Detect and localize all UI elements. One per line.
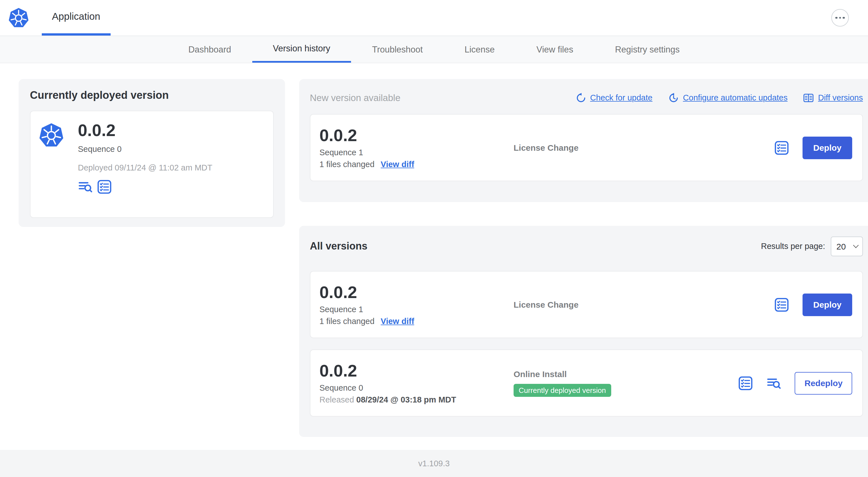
version-info: 0.0.2 Sequence 0 Released 08/29/24 @ 03:…: [319, 362, 514, 404]
view-diff-link[interactable]: View diff: [381, 317, 414, 326]
checklist-icon: [739, 376, 753, 390]
deploy-button[interactable]: Deploy: [803, 293, 852, 316]
all-versions-header: All versions Results per page: 20: [310, 236, 863, 256]
deployed-version-number: 0.0.2: [78, 121, 213, 139]
logs-icon: [78, 179, 93, 194]
diff-versions-link[interactable]: Diff versions: [803, 92, 863, 103]
tab-application[interactable]: Application: [42, 0, 110, 35]
deployed-actions: [78, 179, 213, 194]
clock-refresh-icon: [668, 92, 679, 103]
kubernetes-logo-icon: [8, 7, 29, 29]
nav-tab-registry-settings[interactable]: Registry settings: [594, 36, 701, 63]
version-actions: Deploy: [774, 293, 852, 316]
version-sequence: Sequence 1: [319, 148, 514, 157]
check-for-update-label: Check for update: [590, 93, 652, 102]
currently-deployed-panel: Currently deployed version 0.0.2 Sequenc…: [19, 79, 285, 227]
deployed-version-card: 0.0.2 Sequence 0 Deployed 09/11/24 @ 11:…: [30, 111, 274, 218]
app-subnav: Dashboard Version history Troubleshoot L…: [0, 36, 868, 63]
ellipsis-icon: [839, 17, 841, 19]
deployed-timestamp: Deployed 09/11/24 @ 11:02 am MDT: [78, 163, 213, 172]
deployed-version-details: 0.0.2 Sequence 0 Deployed 09/11/24 @ 11:…: [78, 121, 213, 207]
new-version-links: Check for update Configure automatic upd…: [576, 92, 863, 103]
version-actions: Redeploy: [739, 372, 852, 394]
released-date: 08/29/24 @ 03:18 pm MDT: [356, 395, 456, 404]
main-content: Currently deployed version 0.0.2 Sequenc…: [0, 63, 868, 450]
new-version-panel: New version available Check for update C…: [299, 79, 868, 202]
version-sequence: Sequence 0: [319, 383, 514, 392]
check-for-update-link[interactable]: Check for update: [576, 92, 652, 103]
version-actions: Deploy: [774, 136, 852, 159]
version-sequence: Sequence 1: [319, 305, 514, 314]
refresh-icon: [576, 92, 586, 103]
new-version-header: New version available Check for update C…: [310, 90, 863, 105]
nav-tab-version-history[interactable]: Version history: [252, 36, 351, 63]
checklist-icon: [774, 140, 789, 155]
overflow-menu-button[interactable]: [831, 9, 849, 27]
chevron-down-icon: [853, 242, 859, 248]
files-changed-label: 1 files changed: [319, 317, 374, 326]
app-header: Application: [0, 0, 868, 36]
app-tab-label: Application: [52, 11, 100, 23]
new-version-title: New version available: [310, 92, 400, 103]
change-type-label: License Change: [514, 300, 774, 309]
view-logs-button[interactable]: [767, 376, 781, 390]
version-info: 0.0.2 Sequence 1 1 files changed View di…: [319, 127, 514, 169]
page: Application Dashboard Version history Tr…: [0, 0, 868, 477]
ellipsis-icon: [843, 17, 845, 19]
deploy-button[interactable]: Deploy: [803, 136, 852, 159]
deployed-sequence: Sequence 0: [78, 144, 213, 153]
version-row: 0.0.2 Sequence 1 1 files changed View di…: [310, 271, 863, 338]
preflight-checks-button[interactable]: [739, 376, 753, 390]
console-version: v1.109.3: [418, 459, 450, 468]
view-logs-button[interactable]: [78, 179, 93, 194]
checklist-icon: [97, 179, 112, 194]
released-timestamp: Released 08/29/24 @ 03:18 pm MDT: [319, 395, 514, 404]
preflight-checks-button[interactable]: [774, 297, 789, 312]
results-per-page-select[interactable]: 20: [831, 236, 863, 256]
footer: v1.109.3: [0, 450, 868, 477]
currently-deployed-badge: Currently deployed version: [514, 384, 611, 397]
nav-tab-dashboard[interactable]: Dashboard: [167, 36, 252, 63]
files-changed-row: 1 files changed View diff: [319, 317, 514, 326]
diff-icon: [803, 92, 814, 103]
preflight-checks-button[interactable]: [97, 179, 112, 194]
files-changed-label: 1 files changed: [319, 160, 374, 169]
configure-automatic-updates-label: Configure automatic updates: [683, 93, 787, 102]
checklist-icon: [774, 297, 789, 312]
version-number: 0.0.2: [319, 362, 514, 380]
redeploy-button[interactable]: Redeploy: [795, 372, 852, 394]
results-per-page: Results per page: 20: [761, 236, 863, 256]
view-diff-link[interactable]: View diff: [381, 160, 414, 169]
files-changed-row: 1 files changed View diff: [319, 160, 514, 169]
new-version-card: 0.0.2 Sequence 1 1 files changed View di…: [310, 114, 863, 181]
all-versions-panel: All versions Results per page: 20 0.0.2 …: [299, 226, 868, 437]
version-number: 0.0.2: [319, 127, 514, 145]
version-source: License Change: [514, 300, 774, 309]
app-icon: [38, 122, 64, 148]
ellipsis-icon: [836, 17, 838, 19]
nav-tab-license[interactable]: License: [443, 36, 516, 63]
released-prefix: Released: [319, 395, 354, 404]
currently-deployed-title: Currently deployed version: [30, 89, 274, 101]
preflight-checks-button[interactable]: [774, 140, 789, 155]
version-source: Online Install Currently deployed versio…: [514, 369, 739, 397]
nav-tab-view-files[interactable]: View files: [516, 36, 594, 63]
configure-automatic-updates-link[interactable]: Configure automatic updates: [668, 92, 787, 103]
diff-versions-label: Diff versions: [818, 93, 863, 102]
version-number: 0.0.2: [319, 284, 514, 301]
change-type-label: Online Install: [514, 369, 739, 379]
change-type-label: License Change: [514, 143, 774, 152]
version-source: License Change: [514, 143, 774, 152]
logs-icon: [767, 376, 781, 390]
results-per-page-value: 20: [836, 241, 846, 251]
nav-tab-troubleshoot[interactable]: Troubleshoot: [351, 36, 443, 63]
version-info: 0.0.2 Sequence 1 1 files changed View di…: [319, 284, 514, 326]
results-per-page-label: Results per page:: [761, 242, 825, 251]
version-row: 0.0.2 Sequence 0 Released 08/29/24 @ 03:…: [310, 350, 863, 417]
all-versions-title: All versions: [310, 240, 367, 252]
